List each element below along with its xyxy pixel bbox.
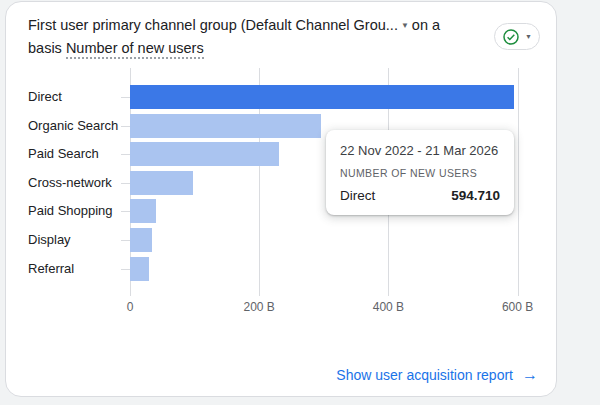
tooltip-value: 594.710 bbox=[451, 188, 500, 203]
y-axis-tick bbox=[121, 183, 130, 184]
dimension-label[interactable]: First user primary channel group (Defaul… bbox=[28, 17, 398, 33]
widget-title: First user primary channel group (Defaul… bbox=[28, 14, 498, 59]
bar-cross-network[interactable] bbox=[130, 171, 193, 195]
chevron-down-icon[interactable]: ▼ bbox=[401, 15, 409, 37]
y-axis-tick bbox=[121, 126, 130, 127]
bar-direct[interactable] bbox=[130, 85, 514, 109]
y-axis-tick bbox=[121, 154, 130, 155]
tooltip-metric-label: NUMBER OF NEW USERS bbox=[340, 167, 500, 179]
title-conjunction-2: basis bbox=[28, 40, 62, 56]
tooltip-date-range: 22 Nov 2022 - 21 Mar 2026 bbox=[340, 143, 500, 158]
x-axis-tick-label: 600 B bbox=[502, 300, 533, 314]
analytics-widget-stage: First user primary channel group (Defaul… bbox=[0, 0, 600, 405]
y-axis-tick bbox=[121, 240, 130, 241]
channel-group-card: First user primary channel group (Defaul… bbox=[5, 1, 557, 397]
data-quality-button[interactable]: ▼ bbox=[494, 23, 540, 50]
y-axis-tick bbox=[121, 211, 130, 212]
category-label-direct: Direct bbox=[28, 89, 62, 105]
gridline bbox=[518, 68, 519, 296]
category-label-display: Display bbox=[28, 232, 71, 248]
check-circle-icon bbox=[502, 28, 520, 46]
show-report-link[interactable]: Show user acquisition report → bbox=[336, 367, 538, 383]
bar-paid-shopping[interactable] bbox=[130, 199, 156, 223]
x-axis-tick-label: 200 B bbox=[244, 300, 275, 314]
category-label-cross-network: Cross-network bbox=[28, 175, 112, 191]
x-axis-tick-label: 400 B bbox=[373, 300, 404, 314]
bar-paid-search[interactable] bbox=[130, 142, 279, 166]
show-report-link-label: Show user acquisition report bbox=[336, 367, 513, 383]
title-conjunction-1: on a bbox=[412, 17, 440, 33]
chevron-down-icon: ▼ bbox=[525, 33, 532, 40]
chart-tooltip: 22 Nov 2022 - 21 Mar 2026 NUMBER OF NEW … bbox=[326, 130, 514, 215]
y-axis-tick bbox=[121, 269, 130, 270]
category-label-paid-shopping: Paid Shopping bbox=[28, 203, 113, 219]
x-axis-tick-label: 0 bbox=[127, 300, 134, 314]
arrow-right-icon: → bbox=[522, 368, 538, 382]
category-label-organic-search: Organic Search bbox=[28, 118, 118, 134]
category-label-paid-search: Paid Search bbox=[28, 146, 99, 162]
tooltip-series-label: Direct bbox=[340, 188, 375, 203]
bar-organic-search[interactable] bbox=[130, 114, 321, 138]
y-axis-tick bbox=[121, 97, 130, 98]
bar-referral[interactable] bbox=[130, 257, 149, 281]
category-label-referral: Referral bbox=[28, 261, 74, 277]
bar-display[interactable] bbox=[130, 228, 152, 252]
metric-selector[interactable]: Number of new users bbox=[66, 40, 204, 59]
